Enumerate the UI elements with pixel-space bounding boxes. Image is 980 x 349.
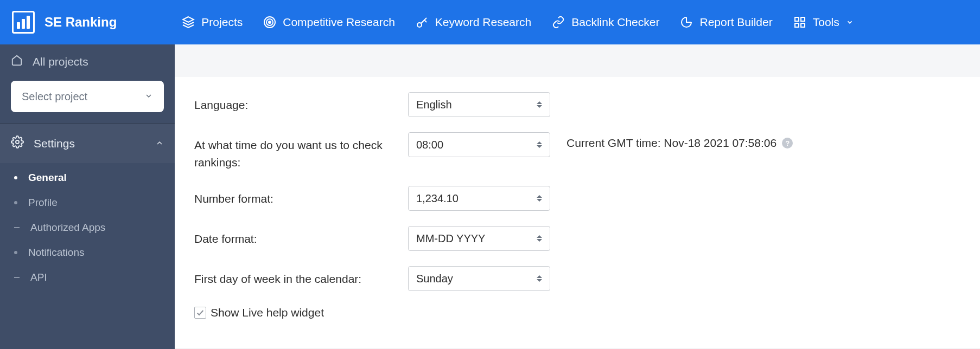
select-arrows-icon (537, 235, 542, 242)
link-icon (552, 16, 565, 29)
sidebar-settings[interactable]: Settings (0, 124, 175, 163)
nav-projects[interactable]: Projects (182, 16, 243, 29)
svg-point-3 (269, 21, 271, 23)
brand-name: SE Ranking (44, 15, 117, 30)
chevron-down-icon (144, 91, 153, 103)
sidebar: All projects Select project Settings (0, 44, 175, 349)
bullet-icon (14, 201, 17, 204)
first-day-label: First day of week in the calendar: (194, 266, 408, 288)
gear-icon (11, 135, 24, 151)
language-value: English (416, 99, 452, 111)
language-select[interactable]: English (408, 92, 550, 117)
show-live-help-checkbox[interactable] (194, 307, 206, 319)
show-live-help-row: Show Live help widget (194, 306, 960, 319)
first-day-value: Sunday (416, 273, 453, 285)
submenu-label: Profile (28, 197, 58, 209)
layers-icon (182, 16, 195, 29)
svg-line-6 (424, 20, 427, 22)
nav-backlink-checker[interactable]: Backlink Checker (552, 16, 659, 29)
help-icon[interactable]: ? (782, 138, 793, 148)
select-arrows-icon (537, 275, 542, 282)
submenu-label: Notifications (28, 247, 85, 258)
select-arrows-icon (537, 141, 542, 148)
check-time-select[interactable]: 08:00 (408, 132, 550, 157)
target-icon (263, 16, 276, 29)
check-time-value: 08:00 (416, 139, 443, 151)
nav-competitive-research[interactable]: Competitive Research (263, 16, 395, 29)
settings-label: Settings (34, 137, 75, 150)
bullet-icon (14, 251, 17, 254)
nav-label: Report Builder (699, 16, 772, 29)
select-project-placeholder: Select project (22, 91, 87, 103)
logo-icon (12, 11, 35, 34)
submenu-authorized-apps[interactable]: Authorized Apps (0, 215, 175, 240)
svg-rect-8 (801, 17, 805, 21)
main-content: Language: English At what time do you wa… (175, 44, 980, 349)
sidebar-all-projects[interactable]: All projects (11, 54, 164, 69)
check-time-label: At what time do you want us to check ran… (194, 132, 408, 171)
select-arrows-icon (537, 195, 542, 202)
nav-keyword-research[interactable]: Keyword Research (416, 16, 531, 29)
svg-rect-7 (795, 17, 799, 21)
nav-report-builder[interactable]: Report Builder (680, 16, 772, 29)
nav-tools[interactable]: Tools (793, 16, 854, 29)
nav-label: Backlink Checker (571, 16, 659, 29)
submenu-profile[interactable]: Profile (0, 190, 175, 215)
all-projects-label: All projects (33, 55, 88, 68)
nav-label: Tools (813, 16, 839, 29)
top-header: SE Ranking Projects Competitive Research… (0, 0, 980, 44)
settings-submenu: General Profile Authorized Apps Notifica… (0, 163, 175, 292)
select-arrows-icon (537, 101, 542, 108)
number-format-select[interactable]: 1,234.10 (408, 186, 550, 211)
svg-rect-9 (795, 23, 799, 27)
select-project-dropdown[interactable]: Select project (11, 81, 164, 112)
settings-form: Language: English At what time do you wa… (175, 77, 980, 348)
chevron-down-icon (846, 16, 854, 29)
dash-icon (14, 277, 20, 278)
logo[interactable]: SE Ranking (12, 11, 117, 34)
date-format-value: MM-DD YYYY (416, 232, 485, 245)
svg-marker-0 (183, 17, 194, 22)
svg-point-4 (417, 23, 422, 27)
submenu-label: General (28, 172, 67, 184)
number-format-label: Number format: (194, 186, 408, 208)
submenu-general[interactable]: General (0, 165, 175, 190)
nav-label: Projects (201, 16, 243, 29)
pie-chart-icon (680, 16, 693, 29)
submenu-notifications[interactable]: Notifications (0, 240, 175, 265)
date-format-select[interactable]: MM-DD YYYY (408, 226, 550, 251)
submenu-label: API (30, 272, 47, 283)
submenu-api[interactable]: API (0, 265, 175, 290)
dash-icon (14, 227, 20, 228)
language-label: Language: (194, 92, 408, 114)
chevron-up-icon (155, 137, 164, 150)
key-icon (416, 16, 429, 29)
submenu-label: Authorized Apps (30, 222, 105, 234)
nav-label: Keyword Research (435, 16, 531, 29)
bullet-icon (14, 176, 17, 179)
top-nav: Projects Competitive Research Keyword Re… (182, 16, 853, 29)
grid-icon (793, 16, 806, 29)
svg-point-11 (16, 140, 19, 144)
gmt-time-text: Current GMT time: Nov-18 2021 07:58:06 ? (567, 132, 793, 150)
first-day-select[interactable]: Sunday (408, 266, 550, 291)
svg-line-5 (421, 18, 427, 23)
date-format-label: Date format: (194, 226, 408, 248)
number-format-value: 1,234.10 (416, 192, 459, 205)
svg-rect-10 (801, 23, 805, 27)
home-icon (11, 54, 23, 69)
nav-label: Competitive Research (283, 16, 395, 29)
gmt-label: Current GMT time: Nov-18 2021 07:58:06 (567, 137, 777, 150)
show-live-help-label: Show Live help widget (211, 306, 324, 319)
